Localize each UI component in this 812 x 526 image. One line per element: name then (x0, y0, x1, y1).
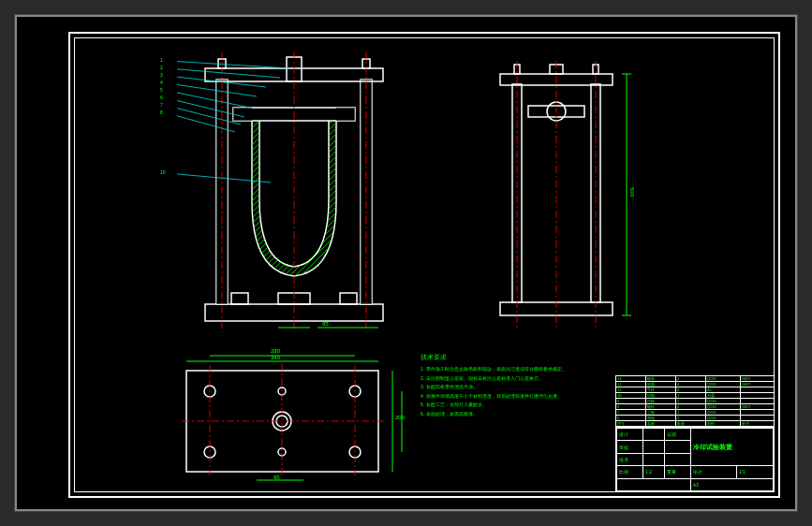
dim-plan-bolt: 95 (273, 475, 280, 480)
dim-plan-height: 200 (395, 415, 405, 420)
leader-5: 5 (160, 87, 163, 93)
dim-height: 500 (629, 187, 635, 197)
tb-checked-label: 审核 (617, 441, 643, 453)
tb-sheet-label: 张次 (690, 466, 736, 478)
top-view: 280 340 200 95 (182, 354, 392, 474)
svg-rect-7 (233, 108, 252, 121)
leader-10: 10 (160, 169, 166, 175)
side-view-svg (486, 61, 636, 332)
parts-list: 13螺母4Q235GB/T12垫圈4Q235GB/T11导柱44510坩埚1石墨… (615, 375, 775, 427)
leader-1: 1 (160, 57, 163, 63)
leader-3: 3 (160, 72, 163, 78)
bom-hdr-no: 序号 (616, 421, 646, 427)
dim-plan-width: 340 (271, 355, 280, 360)
top-view-svg (182, 354, 425, 485)
leader-6: 6 (160, 95, 163, 100)
tb-weight-label: 重量 (664, 466, 690, 478)
tech-note-3: 3. 装配前各零件清洗干净。 (421, 384, 598, 391)
svg-rect-13 (340, 293, 357, 304)
tech-note-1: 1. 零件加工时注意去除毛刺和锐边，表面光洁度须符合图纸要求规定。 (421, 366, 598, 373)
tb-designed-label: 设计 (617, 429, 643, 441)
bom-hdr-name: 名称 (645, 421, 675, 427)
dim-bolt-span: 95 (322, 321, 329, 327)
svg-rect-12 (231, 293, 248, 304)
front-view: 1 2 3 4 5 6 7 8 10 95 (177, 51, 411, 332)
tb-sheet-value: 1/1 (736, 466, 773, 478)
bom-hdr-qty: 数量 (675, 421, 705, 427)
tech-note-5: 5. 装配工艺：全部打入紧配合。 (421, 402, 598, 409)
drawing-title: 冷却试验装置 (690, 429, 773, 466)
cad-viewport: 1 2 3 4 5 6 7 8 10 95 (15, 15, 797, 511)
leader-2: 2 (160, 65, 163, 70)
tb-scale-value: 1:2 (643, 466, 664, 478)
title-block: 设计 日期 冷却试验装置 审核 批准 比例 1:2 重量 张次 (615, 427, 775, 492)
tb-scale-label: 比例 (617, 466, 643, 478)
bom-hdr-mat: 材料 (705, 421, 740, 427)
tb-date-label: 日期 (664, 429, 690, 441)
leader-8: 8 (160, 110, 163, 115)
svg-line-22 (177, 91, 250, 108)
technical-requirements: 技术要求 1. 零件加工时注意去除毛刺和锐边，表面光洁度须符合图纸要求规定。 2… (421, 353, 598, 420)
svg-rect-8 (336, 108, 355, 121)
bom-table: 13螺母4Q235GB/T12垫圈4Q235GB/T11导柱44510坩埚1石墨… (615, 375, 775, 427)
tb-drawing-number: A3 (690, 478, 773, 490)
front-view-svg (177, 51, 411, 332)
drawing-area: 1 2 3 4 5 6 7 8 10 95 (74, 37, 775, 492)
side-view: 500 (486, 61, 636, 332)
tech-notes-heading: 技术要求 (421, 353, 598, 363)
svg-line-18 (177, 61, 289, 68)
tb-approved-label: 批准 (617, 453, 643, 465)
tech-note-2: 2. 未注明制造公差按。国标未标注公差标准入门公差执行。 (421, 375, 598, 383)
leader-7: 7 (160, 102, 163, 108)
tech-note-4: 4. 焊接件焊缝高度不小于材料厚度，焊后处理焊渣并打磨均匀光滑。 (421, 393, 598, 401)
svg-line-19 (177, 68, 280, 78)
tech-note-6: 6. 表面处理：发黑或喷漆。 (421, 411, 598, 418)
leader-4: 4 (160, 80, 163, 85)
bom-hdr-note: 备注 (741, 421, 775, 427)
dim-plan-inner: 280 (271, 348, 280, 354)
